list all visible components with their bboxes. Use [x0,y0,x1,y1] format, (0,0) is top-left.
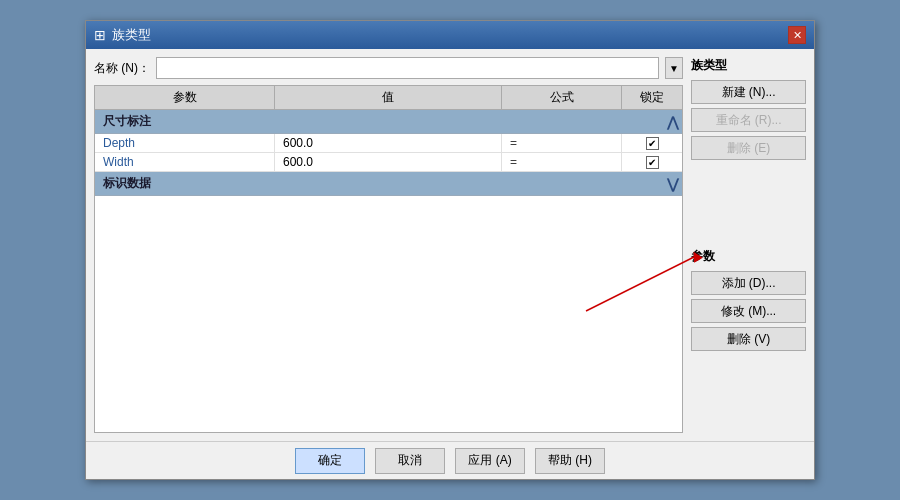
width-value-input[interactable] [283,155,493,169]
section-id-formula [502,172,622,195]
param-group-title: 参数 [691,248,806,265]
name-dropdown-button[interactable]: ▼ [665,57,683,79]
table-header: 参数 值 公式 锁定 [95,86,682,110]
window-title: 族类型 [112,26,788,44]
header-value: 值 [275,86,502,109]
apply-button[interactable]: 应用 (A) [455,448,525,474]
modify-param-button[interactable]: 修改 (M)... [691,299,806,323]
section-dim-val [275,110,502,133]
name-label: 名称 (N)： [94,60,150,77]
section-dimension-label: 尺寸标注 [95,110,275,133]
param-depth-lock[interactable]: ✔ [622,134,682,152]
family-type-group: 族类型 新建 (N)... 重命名 (R)... 删除 (E) [691,57,806,160]
header-lock: 锁定 [622,86,682,109]
param-width-value[interactable] [275,153,502,171]
section-id-val [275,172,502,195]
main-panel: 名称 (N)： ▼ 参数 值 公式 锁定 尺寸标注 [94,57,683,433]
help-button[interactable]: 帮助 (H) [535,448,605,474]
depth-value-input[interactable] [283,136,493,150]
remove-param-button[interactable]: 删除 (V) [691,327,806,351]
window-icon: ⊞ [94,27,106,43]
width-lock-checkbox[interactable]: ✔ [646,156,659,169]
param-depth-name: Depth [95,134,275,152]
parameters-table: 参数 值 公式 锁定 尺寸标注 ⋀ Depth [94,85,683,433]
section-identity-label: 标识数据 [95,172,275,195]
table-row: Depth = ✔ [95,134,682,153]
param-depth-formula: = [502,134,622,152]
table-row: Width = ✔ [95,153,682,172]
param-width-lock[interactable]: ✔ [622,153,682,171]
table-body: 尺寸标注 ⋀ Depth = ✔ [95,110,682,432]
new-type-button[interactable]: 新建 (N)... [691,80,806,104]
right-panel: 族类型 新建 (N)... 重命名 (R)... 删除 (E) 参数 添加 (D… [691,57,806,433]
name-input[interactable] [156,57,659,79]
section-identity[interactable]: 标识数据 ⋁ [95,172,682,196]
header-param: 参数 [95,86,275,109]
param-width-formula: = [502,153,622,171]
content-area: 名称 (N)： ▼ 参数 值 公式 锁定 尺寸标注 [86,49,814,441]
section-identity-collapse[interactable]: ⋁ [622,172,682,195]
family-type-title: 族类型 [691,57,806,74]
main-window: ⊞ 族类型 ✕ 名称 (N)： ▼ 参数 值 公式 锁定 [85,20,815,480]
add-param-button[interactable]: 添加 (D)... [691,271,806,295]
close-button[interactable]: ✕ [788,26,806,44]
confirm-button[interactable]: 确定 [295,448,365,474]
name-row: 名称 (N)： ▼ [94,57,683,79]
param-depth-value[interactable] [275,134,502,152]
title-bar: ⊞ 族类型 ✕ [86,21,814,49]
section-dimension[interactable]: 尺寸标注 ⋀ [95,110,682,134]
param-group: 参数 添加 (D)... 修改 (M)... 删除 (V) [691,248,806,351]
cancel-button[interactable]: 取消 [375,448,445,474]
depth-lock-checkbox[interactable]: ✔ [646,137,659,150]
section-dim-formula [502,110,622,133]
header-formula: 公式 [502,86,622,109]
rename-type-button[interactable]: 重命名 (R)... [691,108,806,132]
bottom-bar: 确定 取消 应用 (A) 帮助 (H) [86,441,814,479]
param-width-name: Width [95,153,275,171]
section-collapse-button[interactable]: ⋀ [622,110,682,133]
delete-type-button[interactable]: 删除 (E) [691,136,806,160]
